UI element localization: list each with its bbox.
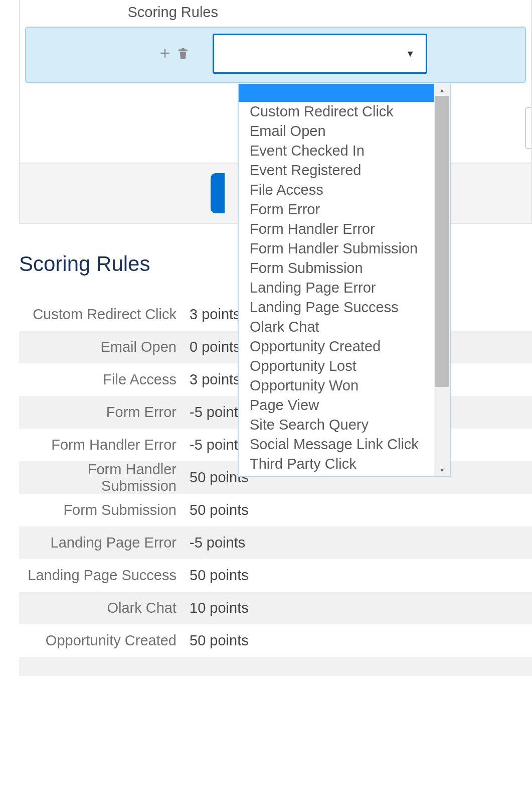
dropdown-option[interactable]: Site Search Query	[239, 415, 434, 435]
rule-value: 50 points	[190, 632, 249, 649]
rule-value: -5 points	[190, 534, 245, 551]
rule-row: ▼	[25, 27, 526, 83]
dropdown-option[interactable]: Opportunity Lost	[239, 356, 434, 376]
scroll-up-icon[interactable]: ▴	[434, 84, 450, 96]
dropdown-option[interactable]: Event Registered	[239, 161, 434, 180]
dropdown-option[interactable]: Event Checked In	[239, 141, 434, 161]
partial-field	[525, 107, 531, 149]
scroll-down-icon[interactable]: ▾	[434, 464, 450, 476]
rule-label: Email Open	[19, 339, 190, 355]
rule-label: Landing Page Error	[19, 534, 190, 551]
rule-label: Form Handler Error	[19, 437, 190, 453]
rule-label: Landing Page Success	[19, 567, 190, 584]
rule-value: 10 points	[190, 600, 249, 616]
rule-type-dropdown: Custom Redirect Click Email Open Event C…	[238, 84, 451, 477]
table-row: Landing Page Error -5 points	[19, 526, 532, 559]
dropdown-option[interactable]: Email Open	[239, 121, 434, 141]
dropdown-option[interactable]: Opportunity Won	[239, 376, 434, 395]
dropdown-option[interactable]: Form Submission	[239, 258, 434, 278]
rule-label: Form Error	[19, 404, 190, 421]
dropdown-option[interactable]: Custom Redirect Click	[239, 102, 434, 121]
rule-value: 0 points	[190, 339, 241, 355]
rule-value: 50 points	[190, 567, 249, 584]
rule-type-select[interactable]: ▼	[213, 34, 427, 74]
rule-label: Olark Chat	[19, 600, 190, 616]
table-row: Form Submission 50 points	[19, 494, 532, 526]
rule-value: 3 points	[190, 371, 241, 388]
scroll-thumb[interactable]	[435, 96, 449, 387]
table-row: Olark Chat 10 points	[19, 592, 532, 624]
dropdown-option[interactable]: Landing Page Error	[239, 278, 434, 298]
rule-value: 3 points	[190, 306, 241, 323]
dropdown-option[interactable]: Third Party Click	[239, 454, 434, 474]
rule-label: Form Submission	[19, 502, 190, 518]
dropdown-option[interactable]: Olark Chat	[239, 317, 434, 337]
dropdown-option[interactable]: Landing Page Success	[239, 298, 434, 317]
delete-rule-icon[interactable]	[175, 46, 191, 64]
dropdown-option-blank[interactable]	[239, 84, 434, 102]
table-row	[19, 657, 532, 676]
rule-label: File Access	[19, 371, 190, 388]
rule-label: Form Handler Submission	[19, 461, 190, 494]
panel-label: Scoring Rules	[20, 4, 218, 21]
scoring-rules-panel: Scoring Rules ▼ Custom Redirect Click Em…	[19, 0, 532, 224]
chevron-down-icon: ▼	[406, 49, 415, 59]
rule-label: Custom Redirect Click	[19, 306, 190, 323]
add-rule-icon[interactable]	[157, 46, 172, 64]
rule-value: -5 points	[190, 404, 245, 421]
dropdown-option[interactable]: Social Message Link Click	[239, 435, 434, 454]
rule-value: 50 points	[190, 502, 249, 518]
dropdown-option[interactable]: Opportunity Created	[239, 337, 434, 356]
dropdown-option[interactable]: Page View	[239, 395, 434, 415]
table-row: Landing Page Success 50 points	[19, 559, 532, 592]
primary-action-button[interactable]	[211, 173, 225, 213]
rule-label: Opportunity Created	[19, 632, 190, 649]
table-row: Opportunity Created 50 points	[19, 624, 532, 657]
dropdown-option[interactable]: Form Error	[239, 200, 434, 219]
dropdown-option[interactable]: Form Handler Error	[239, 219, 434, 239]
dropdown-option[interactable]: File Access	[239, 180, 434, 200]
dropdown-scrollbar[interactable]: ▴ ▾	[434, 84, 450, 476]
dropdown-option[interactable]: Form Handler Submission	[239, 239, 434, 258]
rule-value: -5 points	[190, 437, 245, 453]
